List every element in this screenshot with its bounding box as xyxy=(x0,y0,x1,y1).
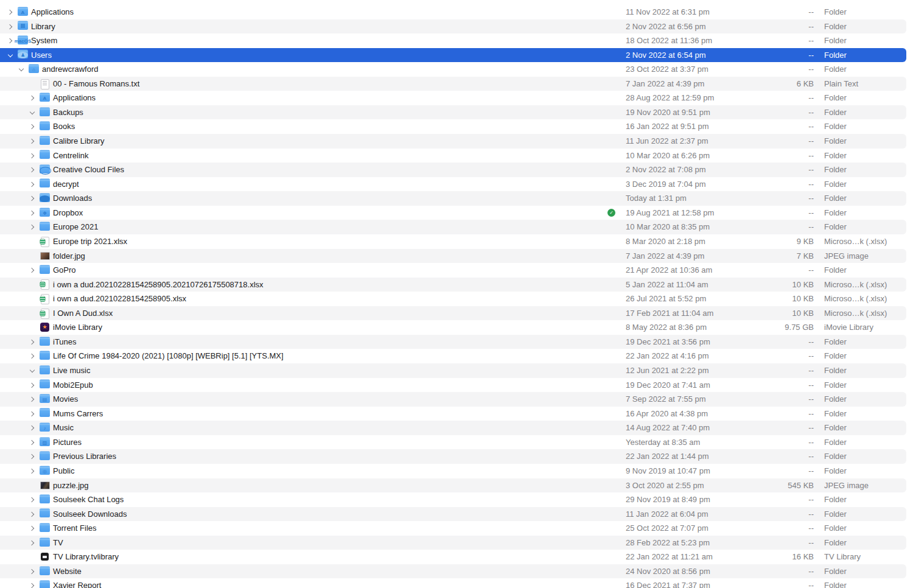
file-name: i own a dud.20210228154258905.2021072617… xyxy=(53,278,264,292)
disclosure-chevron-icon[interactable] xyxy=(29,220,37,234)
disclosure-chevron-icon[interactable] xyxy=(29,134,37,149)
file-size: 6 KB xyxy=(718,77,814,91)
file-size: -- xyxy=(718,206,814,220)
file-excel-icon xyxy=(40,309,51,318)
disclosure-chevron-icon[interactable] xyxy=(29,119,37,134)
disclosure-chevron-icon[interactable] xyxy=(29,163,37,177)
file-row[interactable]: GoPro 21 Apr 2022 at 10:36 am -- Folder xyxy=(0,263,906,278)
disclosure-chevron-icon[interactable] xyxy=(29,435,37,450)
file-row[interactable]: Creative Cloud Files 2 Nov 2022 at 7:08 … xyxy=(0,163,906,177)
file-row[interactable]: Downloads Today at 1:31 pm -- Folder xyxy=(0,191,906,206)
file-row[interactable]: Soulseek Downloads 11 Jan 2022 at 6:04 p… xyxy=(0,507,906,522)
disclosure-chevron-icon[interactable] xyxy=(29,263,37,278)
disclosure-chevron-icon[interactable] xyxy=(29,392,37,407)
disclosure-chevron-icon[interactable] xyxy=(29,105,37,120)
disclosure-chevron-icon[interactable] xyxy=(29,149,37,163)
disclosure-chevron-icon[interactable] xyxy=(29,564,37,579)
file-kind: TV Library xyxy=(824,550,861,564)
file-row[interactable]: Music 14 Aug 2022 at 7:40 pm -- Folder xyxy=(0,421,906,435)
file-row[interactable]: Life Of Crime 1984-2020 (2021) [1080p] [… xyxy=(0,349,906,363)
file-row[interactable]: puzzle.jpg 3 Oct 2020 at 2:55 pm 545 KB … xyxy=(0,478,906,493)
disclosure-chevron-icon[interactable] xyxy=(29,464,37,478)
file-row[interactable]: Pictures Yesterday at 8:35 am -- Folder xyxy=(0,435,906,450)
file-size: -- xyxy=(718,5,814,19)
file-row[interactable]: System 18 Oct 2022 at 11:36 pm -- Folder xyxy=(0,33,906,48)
disclosure-chevron-icon[interactable] xyxy=(7,33,15,48)
file-size: -- xyxy=(718,263,814,278)
file-row[interactable]: Website 24 Nov 2020 at 8:56 pm -- Folder xyxy=(0,564,906,579)
disclosure-chevron-icon[interactable] xyxy=(29,91,37,105)
date-modified: 19 Nov 2020 at 9:51 pm xyxy=(626,105,710,120)
disclosure-chevron-icon[interactable] xyxy=(7,19,15,34)
file-row[interactable]: Live music 12 Jun 2021 at 2:22 pm -- Fol… xyxy=(0,363,906,378)
file-row[interactable]: folder.jpg 7 Jan 2022 at 4:39 pm 7 KB JP… xyxy=(0,249,906,264)
tv-library-icon xyxy=(40,552,51,562)
file-name: System xyxy=(31,33,57,48)
disclosure-chevron-icon[interactable] xyxy=(29,507,37,522)
file-kind: Folder xyxy=(824,134,847,149)
disclosure-chevron-icon[interactable] xyxy=(29,191,37,206)
folder-plain-icon xyxy=(40,366,51,376)
file-row[interactable]: i own a dud.20210228154258905.2021072617… xyxy=(0,278,906,292)
file-row[interactable]: Soulseek Chat Logs 29 Nov 2019 at 8:49 p… xyxy=(0,492,906,507)
file-row[interactable]: decrypt 3 Dec 2019 at 7:04 pm -- Folder xyxy=(0,177,906,192)
file-row[interactable]: i own a dud.20210228154258905.xlsx 26 Ju… xyxy=(0,292,906,306)
file-row[interactable]: iMovie Library 8 May 2022 at 8:36 pm 9.7… xyxy=(0,320,906,335)
file-row[interactable]: Backups 19 Nov 2020 at 9:51 pm -- Folder xyxy=(0,105,906,120)
disclosure-chevron-icon[interactable] xyxy=(29,206,37,220)
file-kind: JPEG image xyxy=(824,249,869,264)
disclosure-chevron-icon[interactable] xyxy=(29,335,37,349)
file-row[interactable]: TV 28 Feb 2022 at 5:23 pm -- Folder xyxy=(0,536,906,550)
file-row[interactable]: Library 2 Nov 2022 at 6:56 pm -- Folder xyxy=(0,19,906,34)
disclosure-chevron-icon[interactable] xyxy=(29,349,37,363)
disclosure-chevron-icon[interactable] xyxy=(29,536,37,550)
file-kind: Microso…k (.xlsx) xyxy=(824,292,887,306)
date-modified: 26 Jul 2021 at 5:52 pm xyxy=(626,292,706,306)
disclosure-chevron-icon[interactable] xyxy=(29,578,37,588)
file-row[interactable]: Movies 7 Sep 2022 at 7:55 pm -- Folder xyxy=(0,392,906,407)
file-row[interactable]: Applications 28 Aug 2022 at 12:59 pm -- … xyxy=(0,91,906,105)
file-row[interactable]: Europe trip 2021.xlsx 8 Mar 2020 at 2:18… xyxy=(0,234,906,249)
disclosure-chevron-icon[interactable] xyxy=(29,449,37,464)
disclosure-chevron-icon[interactable] xyxy=(29,177,37,192)
file-size: -- xyxy=(718,407,814,421)
file-size: 9 KB xyxy=(718,234,814,249)
file-row[interactable]: Books 16 Jan 2022 at 9:51 pm -- Folder xyxy=(0,119,906,134)
disclosure-chevron-icon[interactable] xyxy=(29,378,37,393)
file-row[interactable]: Applications 11 Nov 2022 at 6:31 pm -- F… xyxy=(0,5,906,19)
disclosure-chevron-icon[interactable] xyxy=(7,48,15,63)
file-row[interactable]: I Own A Dud.xlsx 17 Feb 2021 at 11:04 am… xyxy=(0,306,906,321)
file-row[interactable]: iTunes 19 Dec 2021 at 3:56 pm -- Folder xyxy=(0,335,906,349)
file-row[interactable]: Europe 2021 10 Mar 2020 at 8:35 pm -- Fo… xyxy=(0,220,906,234)
disclosure-chevron-icon[interactable] xyxy=(29,521,37,536)
file-row[interactable]: Users 2 Nov 2022 at 6:54 pm -- Folder xyxy=(0,48,906,63)
file-size: -- xyxy=(718,91,814,105)
file-name: TV xyxy=(53,536,63,550)
file-name: Website xyxy=(53,564,82,579)
file-row[interactable]: Torrent Files 25 Oct 2022 at 7:07 pm -- … xyxy=(0,521,906,536)
file-row[interactable]: Mums Carrers 16 Apr 2020 at 4:38 pm -- F… xyxy=(0,407,906,421)
disclosure-chevron-icon[interactable] xyxy=(29,407,37,421)
file-kind: Folder xyxy=(824,19,847,34)
disclosure-chevron-icon[interactable] xyxy=(7,5,15,19)
file-row[interactable]: Previous Libraries 22 Jan 2022 at 1:44 p… xyxy=(0,449,906,464)
file-kind: Microso…k (.xlsx) xyxy=(824,234,887,249)
folder-plain-icon xyxy=(40,581,51,588)
file-kind: Folder xyxy=(824,48,847,63)
file-row[interactable]: Mobi2Epub 19 Dec 2020 at 7:41 am -- Fold… xyxy=(0,378,906,393)
disclosure-chevron-icon[interactable] xyxy=(18,62,26,77)
date-modified: 23 Oct 2022 at 3:37 pm xyxy=(626,62,708,77)
file-row[interactable]: Public 9 Nov 2019 at 10:47 pm -- Folder xyxy=(0,464,906,478)
file-row[interactable]: Dropbox 19 Aug 2021 at 12:58 pm -- Folde… xyxy=(0,206,906,220)
disclosure-chevron-icon[interactable] xyxy=(29,421,37,435)
file-row[interactable]: TV Library.tvlibrary 22 Jan 2022 at 11:2… xyxy=(0,550,906,564)
file-row[interactable]: Xavier Report 16 Dec 2021 at 7:37 pm -- … xyxy=(0,578,906,588)
disclosure-chevron-icon[interactable] xyxy=(29,492,37,507)
file-row[interactable]: Centrelink 10 Mar 2020 at 6:26 pm -- Fol… xyxy=(0,149,906,163)
disclosure-chevron-icon[interactable] xyxy=(29,363,37,378)
file-row[interactable]: 00 - Famous Romans.txt 7 Jan 2022 at 4:3… xyxy=(0,77,906,91)
file-kind: Folder xyxy=(824,521,847,536)
file-row[interactable]: andrewcrawford 23 Oct 2022 at 3:37 pm --… xyxy=(0,62,906,77)
sync-check-icon xyxy=(607,209,615,217)
file-row[interactable]: Calibre Library 11 Jun 2022 at 2:37 pm -… xyxy=(0,134,906,149)
